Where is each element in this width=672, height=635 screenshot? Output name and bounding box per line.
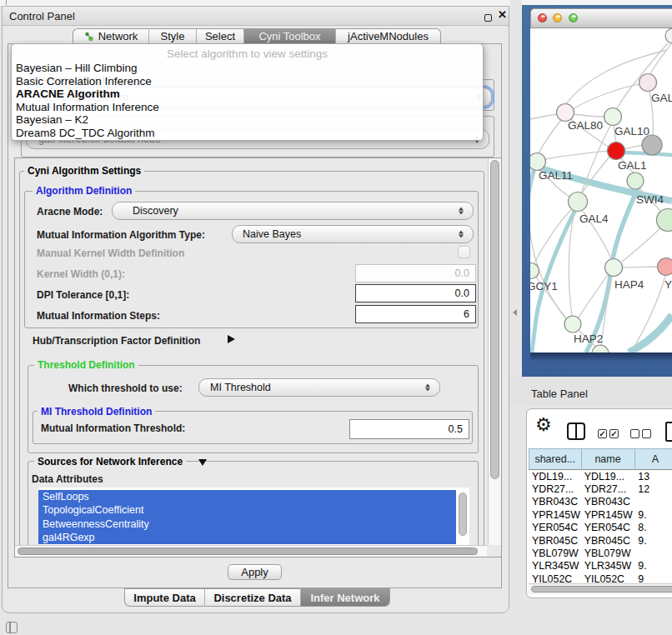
hub-expand-arrow-icon[interactable] [228,335,235,343]
minimize-traffic-light[interactable] [553,13,562,22]
export-table-icon[interactable] [665,422,672,442]
apply-button[interactable]: Apply [228,564,282,580]
restore-icon[interactable] [484,14,492,22]
settings-hscrollbar[interactable] [15,545,487,557]
network-edge[interactable] [539,120,561,153]
network-node[interactable] [658,258,672,276]
settings-hscrollbar-thumb[interactable] [18,548,478,555]
network-edge[interactable] [530,170,567,320]
aracne-mode-combo[interactable]: Discovery [112,202,474,220]
list-scrollbar-thumb[interactable] [459,492,467,536]
network-edge[interactable] [569,211,574,316]
network-node[interactable] [605,259,623,277]
tab-network[interactable]: Network [73,28,149,44]
gear-icon[interactable]: ⚙ [535,414,552,436]
splitter-arrow-icon[interactable] [513,309,517,316]
table-row[interactable]: YPR145WYPR145W9. [529,508,672,521]
sources-collapse-arrow-icon[interactable] [198,459,207,466]
network-node[interactable] [657,209,672,232]
tab-cyni-toolbox[interactable]: Cyni Toolbox [244,28,336,44]
network-node[interactable] [639,74,657,92]
network-node[interactable] [627,172,644,189]
network-node[interactable] [642,135,662,155]
network-edge[interactable] [629,315,672,352]
attribute-list-item[interactable]: TopologicalCoefficient [38,503,456,517]
network-edge[interactable] [574,114,604,117]
network-node[interactable] [604,108,622,126]
mi-steps-field[interactable]: 6 [355,305,476,323]
network-canvas-shadow [530,352,672,362]
table-row[interactable]: YLR345WYLR345W9. [529,560,672,572]
attribute-list-item[interactable]: SelfLoops [38,490,456,503]
select-all-icon-2[interactable]: ✓ [609,429,619,438]
which-threshold-label: Which threshold to use: [68,382,183,394]
column-header[interactable]: name [582,449,635,469]
tab-infer-network[interactable]: Infer Network [301,588,390,607]
manual-kernel-label: Manual Kernel Width Definition [37,248,184,259]
node-label: GAL80 [568,119,603,132]
panel-dock-icon[interactable] [6,622,18,633]
table-row[interactable]: YBR045CYBR045C9. [529,534,672,547]
network-edge[interactable] [530,114,557,119]
tab-select[interactable]: Select [197,28,244,44]
kernel-width-field[interactable]: 0.0 [355,264,476,282]
network-node[interactable] [665,28,672,43]
split-view-icon[interactable] [567,422,585,440]
network-edge[interactable] [624,145,643,149]
network-node[interactable] [564,316,581,332]
dropdown-item[interactable]: Bayesian – Hill Climbing [12,62,483,75]
table-row[interactable]: YDL19...YDL19...13 [529,470,672,482]
algorithm-dropdown: Select algorithm to view settings Bayesi… [11,43,484,141]
tab-style[interactable]: Style [149,28,197,44]
tab-jactivemnodules[interactable]: jActiveMNodules [336,28,441,44]
splitter-gap [510,0,522,635]
network-edge[interactable] [545,151,608,159]
close-icon[interactable]: ✕ [498,8,507,21]
settings-scrollpane: Cyni Algorithm Settings Algorithm Defini… [14,158,502,558]
dropdown-item[interactable]: Basic Correlation Inference [12,75,483,88]
close-traffic-light[interactable] [538,13,547,22]
manual-kernel-checkbox[interactable] [458,246,470,258]
network-node[interactable] [530,153,546,171]
cyni-settings-title: Cyni Algorithm Settings [24,165,144,177]
dpi-tolerance-field[interactable]: 0.0 [355,284,476,302]
control-panel-titlebar: Control Panel ✕ [3,7,509,26]
table-row[interactable]: YER054CYER054C8. [529,522,672,534]
control-panel-title: Control Panel [9,10,75,22]
table-row[interactable]: YDR27...YDR27...12 [529,482,672,495]
attribute-list-item[interactable]: gal4RGexp [38,531,456,544]
select-all-icon-1[interactable]: ✓ [598,429,607,438]
mi-type-combo[interactable]: Naive Bayes [232,225,474,243]
network-edge[interactable] [622,228,660,262]
deselect-all-icon-2[interactable] [642,429,651,438]
mit-field[interactable]: 0.5 [349,419,469,439]
deselect-all-icon-1[interactable] [630,429,639,438]
network-icon [84,32,94,42]
table-hscrollbar-thumb[interactable] [531,586,672,592]
attribute-list-item[interactable]: BetweennessCentrality [38,518,456,531]
network-canvas[interactable]: GALGAL80GAL10GAL1GAL11SWI4GAL4GCY1HAP4YH… [530,28,672,352]
sources-title: Sources for Network Inference [34,456,186,468]
dropdown-item[interactable]: Dream8 DC_TDC Algorithm [12,127,483,140]
dropdown-item[interactable]: ARACNE Algorithm [12,88,483,101]
dropdown-item[interactable]: Mutual Information Inference [12,101,483,114]
settings-vscrollbar[interactable] [488,158,501,545]
threshold-definition-title: Threshold Definition [34,359,138,371]
which-threshold-combo[interactable]: MI Threshold [198,378,440,397]
table-hscrollbar[interactable] [529,583,672,594]
node-label: HAP4 [614,278,644,291]
column-header[interactable]: A [635,449,672,469]
settings-vscrollbar-thumb[interactable] [490,160,499,479]
zoom-traffic-light[interactable] [569,13,578,22]
column-header[interactable]: shared... [529,449,582,469]
network-edge[interactable] [623,267,657,268]
table-row[interactable]: YBL079WYBL079W [529,547,672,559]
network-node[interactable] [569,192,588,212]
aracne-mode-label: Aracne Mode: [37,206,103,218]
tab-impute-data[interactable]: Impute Data [124,588,205,607]
dropdown-item[interactable]: Bayesian – K2 [12,113,483,127]
network-node[interactable] [608,142,625,160]
table-row[interactable]: YBR043CYBR043C [529,496,672,508]
node-label: GAL10 [614,125,649,138]
tab-discretize-data[interactable]: Discretize Data [205,588,301,607]
